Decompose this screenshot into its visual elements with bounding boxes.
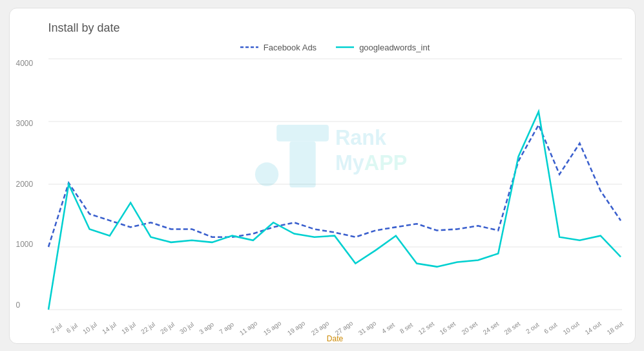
svg-rect-8 [289, 141, 315, 187]
x-label-0: 2 jul [49, 321, 63, 334]
x-label-6: 26 jul [159, 321, 176, 335]
y-label-2000: 2000 [16, 180, 34, 189]
y-label-1000: 1000 [16, 240, 34, 249]
x-label-2: 10 jul [81, 321, 98, 335]
x-label-5: 22 jul [140, 321, 156, 335]
chart-container: Install by date Facebook Ads googleadwor… [9, 8, 636, 344]
x-label-1: 6 jul [65, 321, 79, 334]
svg-rect-7 [276, 125, 329, 142]
x-label-17: 8 set [399, 321, 414, 334]
google-line [48, 111, 621, 309]
legend-google-label: googleadwords_int [359, 43, 430, 52]
x-label-4: 18 jul [120, 321, 137, 335]
x-label-8: 3 ago [198, 320, 215, 335]
legend-google-icon [336, 44, 354, 50]
chart-svg: Rank MyAPP [48, 59, 622, 310]
x-label-9: 7 ago [218, 320, 235, 335]
x-label-7: 30 jul [178, 321, 195, 335]
legend-facebook-icon [240, 44, 258, 50]
x-axis-title: Date [48, 334, 622, 343]
legend-facebook-label: Facebook Ads [264, 43, 317, 52]
legend-facebook: Facebook Ads [240, 43, 317, 52]
chart-legend: Facebook Ads googleadwords_int [48, 43, 622, 52]
x-label-3: 14 jul [101, 321, 118, 335]
svg-text:MyAPP: MyAPP [335, 151, 407, 174]
facebook-line [48, 125, 621, 247]
x-axis-labels: 2 jul 6 jul 10 jul 14 jul 18 jul 22 jul … [48, 325, 622, 332]
x-label-16: 4 set [380, 321, 396, 334]
svg-point-9 [254, 162, 278, 186]
y-axis-labels: 4000 3000 2000 1000 0 [16, 59, 34, 310]
y-label-3000: 3000 [16, 119, 34, 128]
x-label-23: 2 out [525, 321, 541, 335]
chart-title: Install by date [48, 21, 622, 35]
legend-google: googleadwords_int [336, 43, 430, 52]
x-label-24: 6 out [543, 321, 559, 335]
y-label-4000: 4000 [16, 59, 34, 68]
svg-text:Rank: Rank [335, 125, 387, 149]
y-label-0: 0 [16, 301, 34, 310]
